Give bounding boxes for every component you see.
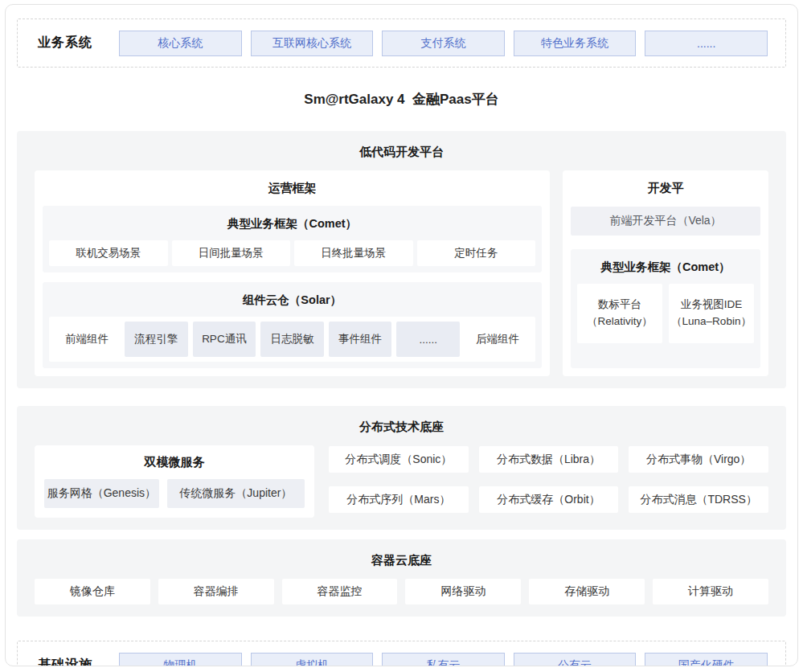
dev-platform-title: 开发平	[571, 170, 760, 206]
block-virtual-machine: 虚拟机	[251, 653, 374, 667]
block-backend-components: 后端组件	[465, 322, 531, 357]
dev-platform-card: 开发平 前端开发平台（Vela） 典型业务框架（Comet） 数标平台 （Rel…	[563, 170, 768, 376]
block-relativity-line2: （Relativity）	[587, 313, 653, 330]
block-distributed-message-tdrss: 分布式消息（TDRSS）	[629, 486, 768, 513]
block-distributed-data-libra: 分布式数据（Libra）	[479, 446, 619, 473]
block-container-orchestration: 容器编排	[158, 579, 274, 604]
block-private-cloud: 私有云	[382, 653, 505, 667]
container-row: 镜像仓库 容器编排 容器监控 网络驱动 存储驱动 计算驱动	[35, 579, 768, 604]
block-network-driver: 网络驱动	[405, 579, 521, 604]
block-storage-driver: 存储驱动	[529, 579, 645, 604]
block-more-systems: ......	[645, 31, 768, 56]
block-payment-system: 支付系统	[382, 31, 505, 56]
block-luna-robin-line1: 业务视图IDE	[681, 297, 743, 313]
block-compute-driver: 计算驱动	[653, 579, 768, 604]
block-relativity-line1: 数标平台	[598, 297, 641, 313]
block-traditional-microservice-jupiter: 传统微服务（Jupiter）	[167, 479, 305, 508]
ops-framework-title: 运营框架	[43, 170, 542, 206]
distributed-grid: 分布式调度（Sonic） 分布式数据（Libra） 分布式事物（Virgo） 分…	[329, 445, 768, 513]
distributed-section: 分布式技术底座 双模微服务 服务网格（Genesis） 传统微服务（Jupite…	[17, 406, 786, 530]
solar-components-row: 前端组件 流程引擎 RPC通讯 日志脱敏 事件组件 ...... 后端组件	[49, 317, 535, 362]
container-section: 容器云底座 镜像仓库 容器编排 容器监控 网络驱动 存储驱动 计算驱动	[17, 539, 786, 617]
block-physical-machine: 物理机	[119, 653, 242, 667]
block-relativity-platform: 数标平台 （Relativity）	[577, 284, 662, 343]
block-distributed-sequence-mars: 分布式序列（Mars）	[329, 486, 469, 513]
page-title: Sm@rtGalaxy 4 金融Paas平台	[17, 68, 786, 131]
ops-framework-card: 运营框架 典型业务框架（Comet） 联机交易场景 日间批量场景 日终批量场景 …	[35, 170, 550, 376]
block-public-cloud: 公有云	[514, 653, 637, 667]
block-core-system: 核心系统	[119, 31, 242, 56]
container-title: 容器云底座	[35, 547, 768, 579]
solar-subcard: 组件云仓（Solar） 前端组件 流程引擎 RPC通讯 日志脱敏 事件组件 ..…	[43, 282, 542, 368]
block-internet-core-system: 互联网核心系统	[251, 31, 374, 56]
block-service-mesh-genesis: 服务网格（Genesis）	[44, 479, 159, 508]
comet-scenes-row: 联机交易场景 日间批量场景 日终批量场景 定时任务	[49, 240, 535, 266]
block-image-registry: 镜像仓库	[35, 579, 150, 604]
block-distributed-scheduling-sonic: 分布式调度（Sonic）	[329, 446, 469, 473]
infrastructure-label: 基础设施	[38, 657, 104, 666]
block-eod-batch-scene: 日终批量场景	[294, 240, 413, 266]
distributed-body: 双模微服务 服务网格（Genesis） 传统微服务（Jupiter） 分布式调度…	[35, 445, 768, 518]
infrastructure-items: 物理机 虚拟机 私有云 公有云 国产化硬件	[119, 653, 768, 667]
block-luna-robin-line2: （Luna–Robin）	[671, 313, 752, 330]
block-frontend-components: 前端组件	[54, 322, 120, 357]
business-systems-items: 核心系统 互联网核心系统 支付系统 特色业务系统 ......	[119, 31, 768, 56]
dev-comet-subcard: 典型业务框架（Comet） 数标平台 （Relativity） 业务视图IDE …	[571, 249, 760, 368]
dev-comet-title: 典型业务框架（Comet）	[577, 256, 754, 284]
infrastructure-row: 基础设施 物理机 虚拟机 私有云 公有云 国产化硬件	[17, 641, 786, 666]
low-code-section: 低代码开发平台 运营框架 典型业务框架（Comet） 联机交易场景 日间批量场景…	[17, 131, 786, 388]
block-event-components: 事件组件	[329, 322, 392, 357]
block-process-engine: 流程引擎	[125, 322, 188, 357]
dual-mode-title: 双模微服务	[44, 445, 305, 479]
block-more-components: ......	[396, 322, 460, 357]
block-vela-frontend-platform: 前端开发平台（Vela）	[571, 207, 760, 236]
block-distributed-transaction-virgo: 分布式事物（Virgo）	[629, 446, 768, 473]
block-distributed-cache-orbit: 分布式缓存（Orbit）	[479, 486, 619, 513]
dual-mode-microservice-card: 双模微服务 服务网格（Genesis） 传统微服务（Jupiter）	[35, 445, 314, 518]
distributed-title: 分布式技术底座	[35, 414, 768, 445]
block-rpc-communication: RPC通讯	[193, 322, 256, 357]
low-code-body: 运营框架 典型业务框架（Comet） 联机交易场景 日间批量场景 日终批量场景 …	[35, 170, 768, 376]
block-online-trading-scene: 联机交易场景	[49, 240, 168, 266]
dev-comet-row: 数标平台 （Relativity） 业务视图IDE （Luna–Robin）	[577, 284, 754, 343]
block-luna-robin-ide: 业务视图IDE （Luna–Robin）	[669, 284, 754, 343]
block-domestic-hardware: 国产化硬件	[645, 653, 768, 667]
block-container-monitoring: 容器监控	[282, 579, 398, 604]
business-systems-row: 业务系统 核心系统 互联网核心系统 支付系统 特色业务系统 ......	[17, 18, 786, 68]
solar-title: 组件云仓（Solar）	[49, 289, 535, 317]
comet-framework-title: 典型业务框架（Comet）	[49, 212, 535, 240]
block-daytime-batch-scene: 日间批量场景	[172, 240, 291, 266]
block-special-business-system: 特色业务系统	[514, 31, 637, 56]
block-log-masking: 日志脱敏	[260, 322, 324, 357]
architecture-diagram: 业务系统 核心系统 互联网核心系统 支付系统 特色业务系统 ...... Sm@…	[5, 4, 798, 666]
block-scheduled-task: 定时任务	[417, 240, 536, 266]
business-systems-label: 业务系统	[38, 35, 104, 51]
dual-mode-row: 服务网格（Genesis） 传统微服务（Jupiter）	[44, 479, 305, 508]
low-code-title: 低代码开发平台	[35, 139, 768, 170]
comet-framework-subcard: 典型业务框架（Comet） 联机交易场景 日间批量场景 日终批量场景 定时任务	[43, 206, 542, 272]
